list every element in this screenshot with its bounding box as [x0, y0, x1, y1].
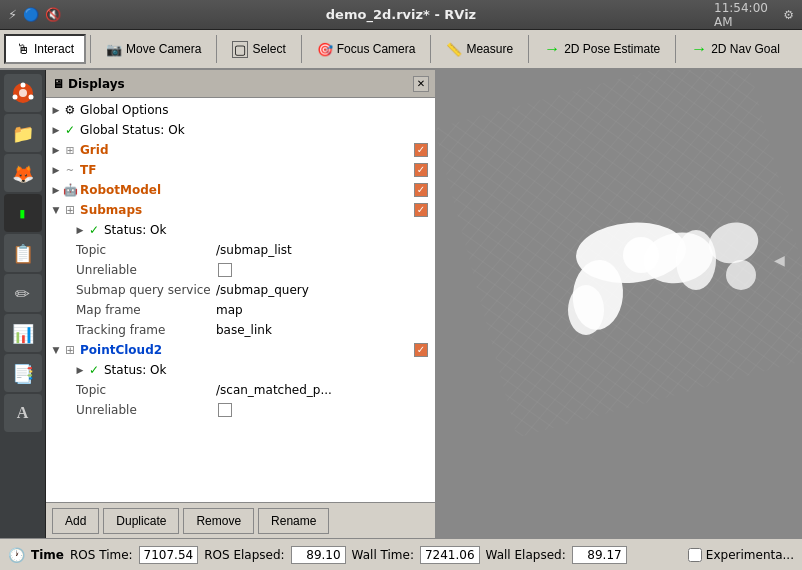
3d-view[interactable]: ◀ — [436, 70, 802, 538]
pointcloud2-status-icon: ✓ — [86, 362, 102, 378]
submaps-item[interactable]: ▼ ⊞ Submaps — [46, 200, 435, 220]
grid-svg: ◀ — [436, 70, 802, 538]
tf-icon: ~ — [62, 162, 78, 178]
sep5 — [528, 35, 529, 63]
ros-time-field: 7107.54 — [139, 546, 199, 564]
submaps-status-expand[interactable]: ▶ — [74, 224, 86, 236]
topic-row: Topic /submap_list — [46, 240, 435, 260]
sep2 — [216, 35, 217, 63]
submaps-status-icon: ✓ — [86, 222, 102, 238]
sidebar-terminal-icon[interactable]: ▮ — [4, 194, 42, 232]
select-button[interactable]: ▢ Select — [221, 34, 296, 64]
pointcloud2-checkbox[interactable] — [414, 343, 428, 357]
grid-checkbox-cell — [411, 143, 431, 157]
wall-time-label: Wall Time: — [352, 548, 414, 562]
titlebar-left: ⚡ 🔵 🔇 — [8, 7, 88, 22]
focus-camera-label: Focus Camera — [337, 42, 416, 56]
grid-item[interactable]: ▶ ⊞ Grid — [46, 140, 435, 160]
pc2-topic-label: Topic — [76, 383, 216, 397]
move-camera-button[interactable]: 📷 Move Camera — [95, 34, 212, 64]
tracking-frame-label: Tracking frame — [76, 323, 216, 337]
ros-elapsed-field: 89.10 — [291, 546, 346, 564]
sidebar-editor-icon[interactable]: ✏ — [4, 274, 42, 312]
measure-button[interactable]: 📏 Measure — [435, 34, 524, 64]
submaps-checkbox-cell — [411, 203, 431, 217]
unreliable-row: Unreliable — [46, 260, 435, 280]
global-status-expand[interactable]: ▶ — [50, 124, 62, 136]
displays-close-button[interactable]: ✕ — [413, 76, 429, 92]
titlebar: ⚡ 🔵 🔇 demo_2d.rviz* - RViz 11:54:00 AM ⚙ — [0, 0, 802, 30]
pointcloud2-icon: ⊞ — [62, 342, 78, 358]
map-frame-value: map — [216, 303, 431, 317]
experimental-label: Experimenta... — [706, 548, 794, 562]
unreliable-checkbox[interactable] — [218, 263, 232, 277]
svg-point-2 — [20, 83, 25, 88]
sep1 — [90, 35, 91, 63]
sidebar-font-icon[interactable]: A — [4, 394, 42, 432]
duplicate-button[interactable]: Duplicate — [103, 508, 179, 534]
grid-expand[interactable]: ▶ — [50, 144, 62, 156]
rename-button[interactable]: Rename — [258, 508, 329, 534]
pc2-topic-row: Topic /scan_matched_p... — [46, 380, 435, 400]
toolbar: 🖱 Interact 📷 Move Camera ▢ Select 🎯 Focu… — [0, 30, 802, 70]
robotmodel-checkbox[interactable] — [414, 183, 428, 197]
topic-value: /submap_list — [216, 243, 431, 257]
pointcloud2-expand[interactable]: ▼ — [50, 344, 62, 356]
tf-checkbox[interactable] — [414, 163, 428, 177]
sidebar-text-icon[interactable]: 📋 — [4, 234, 42, 272]
viewport[interactable]: ◀ — [436, 70, 802, 538]
robotmodel-checkbox-cell — [411, 183, 431, 197]
sidebar-ubuntu-icon[interactable] — [4, 74, 42, 112]
displays-header: 🖥 Displays ✕ — [46, 70, 435, 98]
global-status-item[interactable]: ▶ ✓ Global Status: Ok — [46, 120, 435, 140]
pc2-unreliable-label: Unreliable — [76, 403, 216, 417]
pointcloud2-status-label: Status: Ok — [104, 363, 431, 377]
global-options-expand[interactable]: ▶ — [50, 104, 62, 116]
experimental-checkbox[interactable] — [688, 548, 702, 562]
submaps-expand[interactable]: ▼ — [50, 204, 62, 216]
wall-elapsed-label: Wall Elapsed: — [486, 548, 566, 562]
titlebar-right: 11:54:00 AM ⚙ — [714, 1, 794, 29]
map-frame-label: Map frame — [76, 303, 216, 317]
sep4 — [430, 35, 431, 63]
svg-point-4 — [12, 95, 17, 100]
collapse-arrow[interactable]: ◀ — [774, 252, 785, 268]
interact-button[interactable]: 🖱 Interact — [4, 34, 86, 64]
select-icon: ▢ — [232, 41, 248, 58]
submap-query-value: /submap_query — [216, 283, 431, 297]
remove-button[interactable]: Remove — [183, 508, 254, 534]
displays-tree[interactable]: ▶ ⚙ Global Options ▶ ✓ Global Status: Ok… — [46, 98, 435, 502]
pc2-unreliable-checkbox[interactable] — [218, 403, 232, 417]
settings-icon[interactable]: ⚙ — [783, 8, 794, 22]
statusbar: 🕐 Time ROS Time: 7107.54 ROS Elapsed: 89… — [0, 538, 802, 570]
icon-sound: 🔇 — [45, 7, 61, 22]
tf-expand[interactable]: ▶ — [50, 164, 62, 176]
svg-point-13 — [568, 285, 604, 335]
pointcloud2-item[interactable]: ▼ ⊞ PointCloud2 — [46, 340, 435, 360]
tf-item[interactable]: ▶ ~ TF — [46, 160, 435, 180]
pc2-topic-value: /scan_matched_p... — [216, 383, 431, 397]
displays-header-title: 🖥 Displays — [52, 77, 125, 91]
select-label: Select — [252, 42, 285, 56]
global-options-item[interactable]: ▶ ⚙ Global Options — [46, 100, 435, 120]
clock: 11:54:00 AM — [714, 1, 775, 29]
robotmodel-expand[interactable]: ▶ — [50, 184, 62, 196]
grid-label: Grid — [80, 143, 411, 157]
sidebar-calc-icon[interactable]: 📊 — [4, 314, 42, 352]
tf-label: TF — [80, 163, 411, 177]
grid-checkbox[interactable] — [414, 143, 428, 157]
add-button[interactable]: Add — [52, 508, 99, 534]
pointcloud2-status-expand[interactable]: ▶ — [74, 364, 86, 376]
focus-camera-button[interactable]: 🎯 Focus Camera — [306, 34, 427, 64]
sidebar-files-icon[interactable]: 📁 — [4, 114, 42, 152]
robotmodel-item[interactable]: ▶ 🤖 RobotModel — [46, 180, 435, 200]
submaps-checkbox[interactable] — [414, 203, 428, 217]
tracking-frame-row: Tracking frame base_link — [46, 320, 435, 340]
nav-goal-button[interactable]: → 2D Nav Goal — [680, 34, 791, 64]
pose-estimate-button[interactable]: → 2D Pose Estimate — [533, 34, 671, 64]
sidebar-firefox-icon[interactable]: 🦊 — [4, 154, 42, 192]
sidebar-impress-icon[interactable]: 📑 — [4, 354, 42, 392]
submaps-status-item[interactable]: ▶ ✓ Status: Ok — [46, 220, 435, 240]
global-options-label: Global Options — [80, 103, 431, 117]
pointcloud2-status-item[interactable]: ▶ ✓ Status: Ok — [46, 360, 435, 380]
